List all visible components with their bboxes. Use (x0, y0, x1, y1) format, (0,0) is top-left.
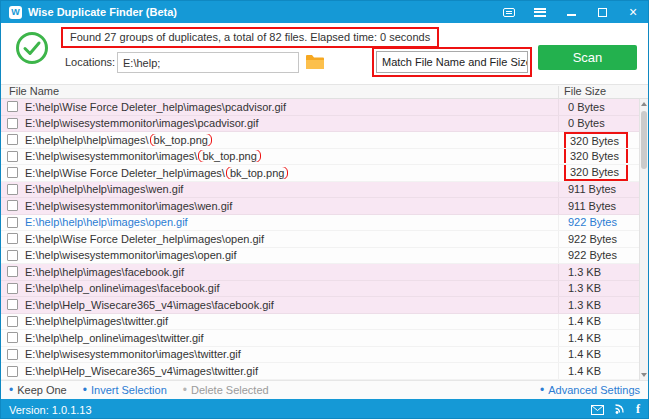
table-header: File Name File Size (1, 85, 648, 99)
file-name: E:\help\Wise Force Deleter_help\images\p… (25, 101, 558, 113)
minimize-button[interactable] (564, 5, 578, 19)
file-name: E:\help\help\help\images\bk_top.png (25, 134, 558, 146)
file-size: 911 Bytes (558, 182, 648, 198)
table-row[interactable]: E:\help\Help_Wisecare365_v4\images\faceb… (1, 297, 648, 314)
browse-folder-button[interactable] (305, 54, 325, 71)
vertical-scrollbar[interactable] (639, 99, 648, 380)
row-checkbox[interactable] (7, 250, 18, 261)
table-row[interactable]: E:\help\help\images\twitter.gif 1.4 KB (1, 314, 648, 331)
file-table-body: E:\help\Wise Force Deleter_help\images\p… (1, 99, 648, 380)
file-size: 911 Bytes (558, 198, 648, 214)
file-size: 1.4 KB (558, 314, 648, 330)
row-checkbox[interactable] (7, 349, 18, 360)
column-divider (558, 86, 559, 98)
table-row[interactable]: E:\help\Wise Force Deleter_help\images\b… (1, 165, 648, 182)
scroll-up-icon (641, 102, 647, 106)
row-checkbox[interactable] (7, 266, 18, 277)
column-header-file-name[interactable]: File Name (9, 85, 59, 98)
app-window: W Wise Duplicate Finder (Beta) × Found 2… (0, 0, 649, 419)
row-checkbox[interactable] (7, 332, 18, 343)
close-button[interactable]: × (626, 5, 640, 19)
table-row[interactable]: E:\help\wisesystemmonitor\images\open.gi… (1, 248, 648, 265)
row-checkbox[interactable] (7, 316, 18, 327)
folder-icon (305, 54, 325, 71)
table-row[interactable]: E:\help\Wise Force Deleter_help\images\p… (1, 99, 648, 116)
close-icon: × (629, 5, 637, 19)
minimize-icon (567, 14, 576, 16)
row-checkbox[interactable] (7, 134, 18, 145)
row-checkbox[interactable] (7, 101, 18, 112)
feedback-button[interactable] (502, 5, 516, 19)
row-checkbox[interactable] (7, 184, 18, 195)
table-row[interactable]: E:\help\help_online\images\facebook.gif … (1, 281, 648, 298)
file-size: 1.3 KB (558, 264, 648, 280)
table-row[interactable]: E:\help\wisesystemmonitor\images\wen.gif… (1, 198, 648, 215)
table-row[interactable]: E:\help\wisesystemmonitor\images\bk_top.… (1, 149, 648, 166)
facebook-icon[interactable]: f (636, 402, 640, 417)
scroll-down-button[interactable] (640, 370, 648, 380)
scroll-up-button[interactable] (640, 99, 648, 109)
row-checkbox[interactable] (7, 283, 18, 294)
table-row[interactable]: E:\help\help\help\images\bk_top.png 320 … (1, 132, 648, 149)
file-name: E:\help\help\help\images\open.gif (25, 216, 558, 228)
keep-one-label: Keep One (17, 384, 67, 396)
delete-selected-button[interactable]: • Delete Selected (183, 384, 269, 396)
file-size: 0 Bytes (558, 116, 648, 132)
app-icon: W (9, 6, 22, 19)
row-checkbox[interactable] (7, 118, 18, 129)
scroll-thumb[interactable] (641, 111, 647, 169)
row-checkbox[interactable] (7, 299, 18, 310)
share-icon[interactable] (614, 404, 626, 415)
table-row[interactable]: E:\help\Help_Wisecare365_v4\images\twitt… (1, 363, 648, 380)
file-name: E:\help\wisesystemmonitor\images\wen.gif (25, 200, 558, 212)
menu-button[interactable] (533, 5, 547, 19)
table-row[interactable]: E:\help\help\help\images\wen.gif 911 Byt… (1, 182, 648, 199)
row-checkbox[interactable] (7, 217, 18, 228)
maximize-button[interactable] (595, 5, 609, 19)
file-name: E:\help\help_online\images\twitter.gif (25, 332, 558, 344)
row-checkbox[interactable] (7, 233, 18, 244)
invert-selection-button[interactable]: • Invert Selection (83, 384, 167, 396)
file-size: 0 Bytes (558, 99, 648, 115)
file-name: E:\help\Wise Force Deleter_help\images\o… (25, 233, 558, 245)
mail-icon[interactable] (591, 405, 604, 415)
column-header-file-size[interactable]: File Size (564, 85, 606, 98)
row-checkbox[interactable] (7, 366, 18, 377)
invert-selection-label: Invert Selection (91, 384, 167, 396)
row-checkbox[interactable] (7, 200, 18, 211)
file-name: E:\help\wisesystemmonitor\images\twitter… (25, 348, 558, 360)
file-name: E:\help\wisesystemmonitor\images\open.gi… (25, 249, 558, 261)
action-bar: • Keep One • Invert Selection • Delete S… (1, 380, 648, 399)
file-size: 1.4 KB (558, 330, 648, 346)
bullet-icon: • (183, 385, 187, 395)
file-size: 320 Bytes (558, 165, 648, 181)
titlebar-buttons: × (502, 5, 640, 19)
status-icons: f (591, 402, 640, 417)
locations-input[interactable] (117, 52, 299, 73)
table-row[interactable]: E:\help\Wise Force Deleter_help\images\o… (1, 231, 648, 248)
row-checkbox[interactable] (7, 151, 18, 162)
file-name: E:\help\wisesystemmonitor\images\pcadvis… (25, 117, 558, 129)
table-row[interactable]: E:\help\wisesystemmonitor\images\twitter… (1, 347, 648, 364)
keep-one-button[interactable]: • Keep One (9, 384, 67, 396)
table-row[interactable]: E:\help\wisesystemmonitor\images\pcadvis… (1, 116, 648, 133)
match-mode-select[interactable]: Match File Name and File Size (... ▼ (376, 51, 528, 73)
maximize-icon (598, 8, 607, 17)
scan-button[interactable]: Scan (538, 45, 637, 70)
file-size: 320 Bytes (558, 149, 648, 165)
table-row[interactable]: E:\help\help\help\images\open.gif 922 By… (1, 215, 648, 232)
file-name: E:\help\Wise Force Deleter_help\images\b… (25, 167, 558, 179)
feedback-icon (503, 8, 515, 17)
file-size: 922 Bytes (558, 231, 648, 247)
advanced-settings-link[interactable]: • Advanced Settings (540, 384, 640, 396)
file-size: 320 Bytes (558, 132, 648, 148)
table-row[interactable]: E:\help\help_online\images\twitter.gif 1… (1, 330, 648, 347)
window-title: Wise Duplicate Finder (Beta) (28, 6, 177, 18)
title-bar: W Wise Duplicate Finder (Beta) × (1, 1, 648, 23)
bullet-icon: • (83, 385, 87, 395)
file-size: 922 Bytes (558, 215, 648, 231)
row-checkbox[interactable] (7, 167, 18, 178)
table-row[interactable]: E:\help\help\images\facebook.gif 1.3 KB (1, 264, 648, 281)
status-bar: Version: 1.0.1.13 f (1, 399, 648, 419)
version-label: Version: 1.0.1.13 (9, 404, 92, 416)
